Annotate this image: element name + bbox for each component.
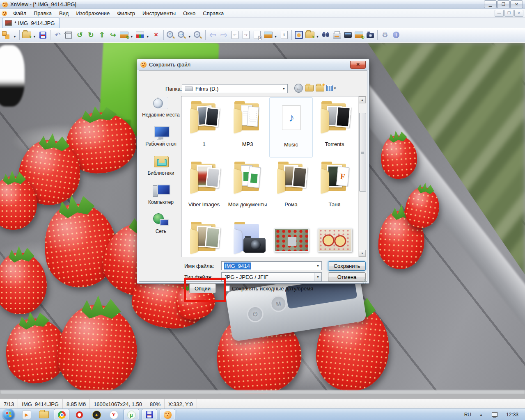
new-folder-button[interactable]: ★ <box>316 84 324 92</box>
print-button[interactable] <box>331 29 342 41</box>
previous-image-button[interactable]: ⇦ <box>207 29 218 41</box>
menu-view[interactable]: Вид <box>55 9 73 17</box>
menu-image[interactable]: Изображение <box>72 9 113 17</box>
file-item-torrents[interactable]: Torrents <box>313 97 356 158</box>
file-item-my-documents[interactable]: Мои документы <box>226 158 269 218</box>
slideshow-button[interactable] <box>263 29 274 41</box>
filetype-combobox[interactable]: JPG - JPEG / JFIF ▼ <box>221 272 322 281</box>
convert-dropdown[interactable]: ▼ <box>130 35 133 39</box>
fullscreen-button[interactable] <box>293 29 305 41</box>
zoom-in-button[interactable]: + <box>165 29 177 41</box>
acquire-button[interactable] <box>342 29 353 41</box>
export-button[interactable] <box>305 29 316 41</box>
child-minimize-button[interactable]: — <box>495 10 504 17</box>
taskbar-media-player[interactable]: ▶ <box>19 409 34 420</box>
place-network[interactable]: Сеть <box>152 212 170 235</box>
menu-help[interactable]: Справка <box>199 9 227 17</box>
file-item-mp3[interactable]: MP3 <box>226 97 269 158</box>
dialog-close-button[interactable]: ✕ <box>350 61 366 69</box>
batch-convert-button[interactable] <box>353 29 365 41</box>
cancel-button[interactable]: Отмена <box>328 272 366 282</box>
folder-combobox[interactable]: Films (D:) ▼ <box>182 84 288 93</box>
file-item-roma[interactable]: Рома <box>269 158 313 218</box>
taskbar-xnview[interactable] <box>160 409 175 420</box>
redo-button[interactable]: ↪ <box>108 29 119 41</box>
crop-button[interactable] <box>63 29 74 41</box>
browser-dropdown[interactable]: ▼ <box>13 35 16 39</box>
zoom-out-button[interactable]: − <box>193 29 204 41</box>
taskbar-opera[interactable] <box>72 409 87 420</box>
taskbar-explorer[interactable] <box>37 409 51 420</box>
clock[interactable]: 12:33 <box>503 412 525 418</box>
filename-combobox[interactable]: IMG_9414 ▼ <box>221 261 322 270</box>
close-button[interactable]: ✕ <box>510 0 523 8</box>
about-button[interactable]: i <box>390 29 401 41</box>
delete-button[interactable]: × <box>151 29 162 41</box>
taskbar-aimp[interactable]: ▲ <box>89 409 104 420</box>
views-button[interactable]: ▼ <box>326 84 338 92</box>
move-up-button[interactable]: ⇧ <box>96 29 108 41</box>
place-recent[interactable]: Недавние места <box>142 96 179 118</box>
folder-dropdown-arrow[interactable]: ▼ <box>280 84 287 93</box>
file-item-music[interactable]: ♪ Music <box>269 97 313 158</box>
slideshow-dropdown[interactable]: ▼ <box>274 35 277 39</box>
file-item-tanya[interactable]: F Таня <box>313 158 356 218</box>
filetype-dropdown-arrow[interactable]: ▼ <box>314 273 321 281</box>
zoom-1-1-button[interactable]: 1:1 <box>177 29 188 41</box>
rotate-left-button[interactable]: ↺ <box>74 29 85 41</box>
zoom-dropdown[interactable]: ▼ <box>188 35 191 39</box>
taskbar-yandex[interactable]: Y <box>106 409 121 420</box>
child-close-button[interactable]: × <box>514 10 523 17</box>
scroll-up-button[interactable]: ▲ <box>359 96 366 103</box>
menu-window[interactable]: Окно <box>179 9 199 17</box>
image-info-button[interactable]: ℹ <box>279 29 290 41</box>
browser-button[interactable] <box>2 29 13 41</box>
up-folder-button[interactable]: ↑ <box>305 84 314 92</box>
network-tray-icon[interactable] <box>492 412 498 417</box>
taskbar-chrome[interactable] <box>54 409 69 420</box>
settings-button[interactable]: ⚙ <box>379 29 390 41</box>
scroll-thumb[interactable] <box>359 113 366 192</box>
file-list-scrollbar[interactable]: ▲ ▼ <box>358 96 366 257</box>
file-item-photos-folder[interactable] <box>182 218 226 257</box>
undo-button[interactable]: ↶ <box>52 29 63 41</box>
file-item-camera-folder[interactable] <box>226 218 269 257</box>
convert-button[interactable] <box>119 29 130 41</box>
open-dropdown[interactable]: ▼ <box>33 35 36 39</box>
export-dropdown[interactable]: ▼ <box>316 35 319 39</box>
open-button[interactable] <box>21 29 32 41</box>
menu-filter[interactable]: Фильтр <box>113 9 139 17</box>
back-button[interactable]: ← <box>294 84 303 92</box>
views-dropdown[interactable]: ▼ <box>333 87 337 90</box>
tab-img-9414[interactable]: * IMG_9414.JPG <box>2 18 60 28</box>
capture-button[interactable] <box>365 29 376 41</box>
place-desktop[interactable]: Рабочий стол <box>145 125 176 147</box>
rotate-right-button[interactable]: ↻ <box>85 29 96 41</box>
dialog-title-bar[interactable]: Сохранить файл ✕ <box>137 59 369 70</box>
menu-tools[interactable]: Инструменты <box>139 9 179 17</box>
scroll-down-button[interactable]: ▼ <box>359 250 366 257</box>
file-item-1[interactable]: 1 <box>182 97 226 158</box>
next-page-button[interactable]: ⇨ <box>241 29 252 41</box>
file-item-viber-images[interactable]: Viber Images <box>182 158 226 218</box>
file-item-strawberry-photo[interactable] <box>269 218 313 257</box>
search-button[interactable] <box>320 29 331 41</box>
previous-page-button[interactable]: ⇦ <box>229 29 241 41</box>
tray-expand-icon[interactable]: ▲ <box>475 413 487 417</box>
filename-dropdown-arrow[interactable]: ▼ <box>314 262 321 270</box>
menu-edit[interactable]: Правка <box>30 9 55 17</box>
adjust-colors-button[interactable] <box>135 29 146 41</box>
menu-file[interactable]: Файл <box>9 9 30 17</box>
dialog-resize-grip[interactable] <box>365 279 366 281</box>
save-confirm-button[interactable]: Сохранить <box>328 261 366 271</box>
adjust-colors-dropdown[interactable]: ▼ <box>146 35 149 39</box>
start-button[interactable] <box>2 409 15 420</box>
next-image-button[interactable]: ⇨ <box>218 29 229 41</box>
place-libraries[interactable]: Библиотеки <box>147 154 174 176</box>
place-computer[interactable]: Компьютер <box>148 183 174 205</box>
multipage-button[interactable] <box>252 29 263 41</box>
language-indicator[interactable]: RU <box>460 412 475 418</box>
child-restore-button[interactable]: ❐ <box>504 10 514 17</box>
taskbar-utorrent[interactable]: µ <box>124 409 139 420</box>
minimize-button[interactable]: ▁ <box>484 0 497 8</box>
